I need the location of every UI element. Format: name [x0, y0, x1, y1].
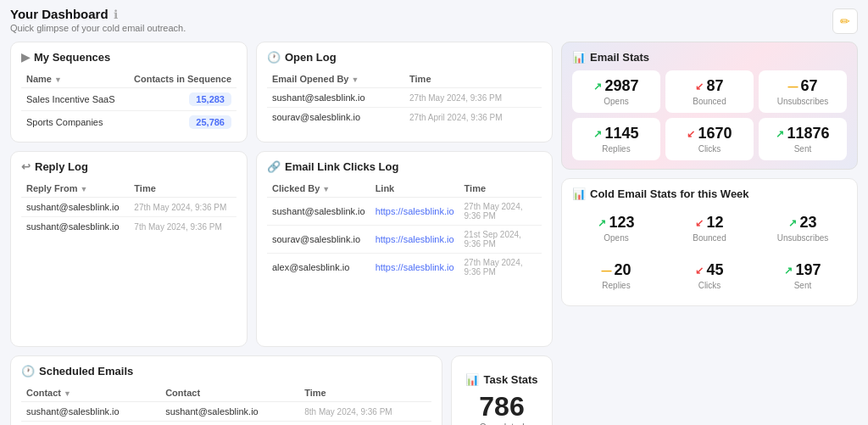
sequences-card: ▶ My Sequences Name ▼ Contacts in Sequen… — [10, 42, 248, 143]
table-row: sourav@salesblink.iohttps://salesblink.i… — [267, 226, 542, 254]
cold-stats-icon: 📊 — [572, 187, 586, 200]
stat-num: ↙ 87 — [674, 77, 745, 95]
page-title: Your Dashboard — [10, 7, 108, 21]
stat-num: ↙ 45 — [674, 261, 745, 279]
trend-icon: ↗ — [598, 217, 606, 229]
table-row: sushant@salesblink.io27th May 2024, 9:36… — [267, 88, 542, 108]
trend-icon: ↗ — [784, 265, 793, 277]
scheduled-table: Contact ▼ Contact Time sushant@salesblin… — [21, 384, 431, 425]
stat-label: Opens — [581, 97, 652, 106]
edit-button[interactable]: ✏ — [832, 8, 858, 34]
col-reply-time: Time — [129, 180, 236, 198]
cold-stats-grid: ↗ 123 Opens ↙ 12 Bounced ↗ 23 Unsubscrib… — [572, 207, 847, 297]
col-clicks-time: Time — [459, 180, 542, 198]
trend-icon: ↗ — [788, 217, 797, 229]
table-row: sushant@salesblink.iosushant@salesblink.… — [21, 402, 431, 422]
stat-num: ↗ 2987 — [581, 77, 652, 95]
trend-icon: ↙ — [695, 81, 704, 92]
stat-label: Clicks — [674, 144, 745, 154]
col-sched-contact1[interactable]: Contact ▼ — [21, 384, 160, 402]
sort-icon: ▼ — [64, 389, 71, 398]
stat-num: ↗ 11876 — [767, 125, 838, 143]
col-email-opened[interactable]: Email Opened By ▼ — [267, 70, 404, 88]
stat-label: Sent — [767, 144, 838, 154]
sort-icon: ▼ — [54, 75, 62, 84]
stat-label: Unsubscribes — [767, 97, 838, 106]
stat-num: ↗ 23 — [767, 214, 838, 232]
col-sched-time: Time — [299, 384, 431, 402]
col-name[interactable]: Name ▼ — [21, 70, 125, 88]
col-reply-from[interactable]: Reply From ▼ — [21, 180, 129, 198]
col-link: Link — [370, 180, 459, 198]
table-row: Sales Incentive SaaS15,283 — [21, 88, 236, 111]
email-stats-card: 📊 Email Stats ↗ 2987 Opens ↙ 87 Bounced … — [561, 42, 858, 170]
email-stats-icon: 📊 — [572, 51, 586, 64]
stat-cell: ↗ 123 Opens — [572, 207, 660, 249]
page-subtitle: Quick glimpse of your cold email outreac… — [10, 23, 858, 33]
stat-num: — 67 — [767, 77, 838, 95]
trend-icon: ↗ — [776, 128, 784, 140]
info-icon[interactable]: ℹ — [114, 8, 118, 21]
col-clicked-by[interactable]: Clicked By ▼ — [267, 180, 370, 198]
col-sched-contact2: Contact — [160, 384, 299, 402]
reply-log-card: ↩ Reply Log Reply From ▼ Time — [10, 151, 248, 347]
task-completed-label: Completed — [479, 422, 524, 425]
trend-icon: ↙ — [687, 128, 695, 140]
stat-label: Unsubscribes — [767, 233, 838, 243]
reply-log-table: Reply From ▼ Time sushant@salesblink.io2… — [21, 180, 236, 236]
sort-icon: ▼ — [352, 75, 359, 84]
table-row: sushant@salesblink.io27th May 2024, 9:36… — [21, 198, 236, 217]
stat-num: — 20 — [581, 261, 652, 279]
contacts-badge: 15,283 — [189, 92, 231, 106]
stat-label: Replies — [581, 281, 652, 290]
trend-icon: ↙ — [695, 217, 704, 229]
trend-icon: ↙ — [695, 265, 704, 277]
sequences-table: Name ▼ Contacts in Sequence Sales Incent… — [21, 70, 236, 133]
reply-log-title: ↩ Reply Log — [21, 160, 236, 173]
link-icon: 🔗 — [267, 160, 281, 173]
cold-stats-title: 📊 Cold Email Stats for this Week — [572, 187, 847, 200]
stat-cell: ↗ 23 Unsubscribes — [759, 207, 847, 249]
trend-icon: ↗ — [593, 81, 602, 92]
stat-num: ↗ 197 — [767, 261, 838, 279]
cold-stats-card: 📊 Cold Email Stats for this Week ↗ 123 O… — [561, 178, 858, 306]
col-contacts: Contacts in Sequence — [125, 70, 236, 88]
trend-icon: — — [601, 265, 611, 277]
stat-cell: ↗ 2987 Opens — [572, 70, 660, 113]
stat-label: Bounced — [674, 233, 745, 243]
stat-cell: — 20 Replies — [572, 254, 660, 297]
stat-label: Sent — [767, 281, 838, 290]
page-header: Your Dashboard ℹ — [10, 7, 858, 21]
openlog-table: Email Opened By ▼ Time sushant@salesblin… — [267, 70, 542, 126]
scheduled-card: 🕐 Scheduled Emails Contact ▼ Contact — [10, 355, 442, 425]
task-stats-card: 📊 Task Stats 786 Completed — [451, 355, 553, 425]
contacts-badge: 25,786 — [189, 115, 231, 129]
clock-icon: 🕐 — [267, 51, 281, 64]
table-row: Sports Companies25,786 — [21, 111, 236, 134]
stat-label: Bounced — [674, 97, 745, 106]
stat-label: Replies — [581, 144, 652, 154]
openlog-title: 🕐 Open Log — [267, 51, 542, 64]
openlog-card: 🕐 Open Log Email Opened By ▼ Time — [256, 42, 553, 143]
stat-cell: ↙ 87 Bounced — [665, 70, 754, 113]
task-stats-title: 📊 Task Stats — [465, 373, 537, 386]
scheduled-title: 🕐 Scheduled Emails — [21, 365, 431, 377]
col-time: Time — [404, 70, 542, 88]
stat-cell: ↗ 197 Sent — [759, 254, 847, 297]
table-row: sushant@salesblink.iohttps://salesblink.… — [267, 198, 542, 226]
stat-cell: ↗ 1145 Replies — [572, 118, 660, 160]
stat-num: ↗ 123 — [581, 214, 652, 232]
stat-cell: ↙ 1670 Clicks — [665, 118, 754, 160]
table-row: sourav@salesblink.iosushant@salesblink.i… — [21, 422, 431, 426]
stat-cell: ↙ 12 Bounced — [665, 207, 754, 249]
email-stats-grid: ↗ 2987 Opens ↙ 87 Bounced — 67 Unsubscri… — [572, 70, 847, 160]
stat-cell: — 67 Unsubscribes — [759, 70, 847, 113]
task-stats-icon: 📊 — [465, 373, 479, 386]
stat-cell: ↗ 11876 Sent — [759, 118, 847, 160]
sequences-icon: ▶ — [21, 51, 30, 64]
stat-num: ↗ 1145 — [581, 125, 652, 143]
reply-icon: ↩ — [21, 160, 31, 173]
task-completed-num: 786 — [479, 393, 524, 420]
sort-icon: ▼ — [322, 185, 330, 193]
stat-cell: ↙ 45 Clicks — [665, 254, 754, 297]
